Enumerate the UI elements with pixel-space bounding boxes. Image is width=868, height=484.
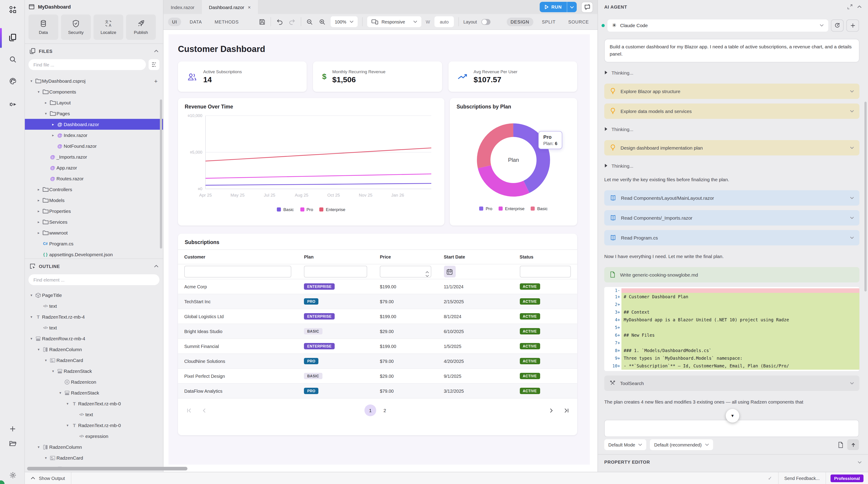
ai-panel-scrollbar[interactable] [864, 102, 867, 291]
view-split-tab[interactable]: SPLIT [538, 18, 560, 26]
pie-chart-card[interactable]: Subscriptions by Plan Plan ProEnterprise… [450, 98, 577, 226]
model-preset-select[interactable]: Default (recommended) [650, 439, 713, 450]
column-header[interactable]: Start Date [437, 250, 513, 264]
property-editor-chevron-icon[interactable] [858, 461, 862, 463]
outline-node-text[interactable]: </>text [25, 322, 163, 333]
tool-call-write[interactable]: Write generic-cooking-snowglobe.md [604, 267, 860, 282]
tool-call-read[interactable]: Read Components/Layout/MainLayout.razor [604, 190, 860, 205]
table-row[interactable]: Global Logistics LtdENTERPRISE$199.008/1… [178, 309, 577, 324]
agent-mode-select[interactable]: Default Mode [604, 439, 647, 450]
file-dashboard-razor[interactable]: ▸@Dashboard.razor [25, 119, 163, 130]
stat-active-subscriptions[interactable]: Active Subscriptions14 [178, 61, 307, 92]
file-layout[interactable]: ▸Layout [25, 97, 163, 108]
outline-node-radzenstack[interactable]: ▾RadzenStack [25, 366, 163, 376]
move-panel-icon[interactable] [847, 4, 852, 9]
outline-node-radzenicon[interactable]: RadzenIcon [25, 376, 163, 387]
add-file-icon[interactable]: + [154, 78, 158, 84]
file-models[interactable]: ▸Models [25, 195, 163, 206]
device-select[interactable]: Responsive [367, 16, 421, 27]
layout-toggle[interactable] [482, 19, 490, 25]
stat-mrr[interactable]: $ Monthly Recurring Revenue$1,506 [313, 61, 442, 92]
number-spinner[interactable] [425, 271, 429, 277]
width-input[interactable]: auto [434, 16, 454, 27]
view-source-tab[interactable]: SOURCE [564, 18, 593, 26]
table-row[interactable]: Summit FinancialENTERPRISE$199.001/5/202… [178, 339, 577, 353]
tool-call-explore[interactable]: Explore Blazor app structure [604, 83, 860, 99]
open-folder-icon[interactable] [8, 438, 18, 448]
left-panel-hscrollbar[interactable] [27, 467, 187, 471]
column-header[interactable]: Plan [298, 250, 373, 264]
history-icon[interactable] [831, 19, 844, 31]
stat-arpu[interactable]: Avg Revenue Per User$107.57 [448, 61, 577, 92]
settings-gear-icon[interactable] [8, 470, 18, 480]
find-element-input[interactable] [28, 274, 159, 285]
redo-icon[interactable] [288, 17, 296, 26]
price-filter-input[interactable] [380, 266, 431, 278]
file-notfound-razor[interactable]: @NotFound.razor [25, 141, 163, 151]
table-row[interactable]: Acme CorpENTERPRISE$199.0011/1/2024ACTIV… [178, 279, 577, 294]
column-header[interactable]: Price [373, 250, 437, 264]
outline-node-radzentext-rz-mb-4[interactable]: ▾TRadzenText.rz-mb-4 [25, 311, 163, 322]
next-page-icon[interactable] [546, 405, 556, 416]
file-controllers[interactable]: ▸Controllers [25, 184, 163, 195]
file-index-razor[interactable]: ▸@Index.razor [25, 130, 163, 141]
run-button[interactable]: RUN [540, 2, 577, 12]
scroll-to-bottom-icon[interactable]: ▼ [726, 409, 739, 423]
table-row[interactable]: CloudNine SolutionsPRO$79.004/20/2025ACT… [178, 353, 577, 369]
thinking-row[interactable]: Thinking... [604, 70, 860, 75]
localize-button[interactable]: 文A Localize [93, 15, 123, 40]
model-select[interactable]: ✳ Claude Code [608, 19, 828, 31]
view-design-tab[interactable]: DESIGN [506, 18, 533, 26]
tool-call-explore[interactable]: Design dashboard implementation plan [604, 140, 860, 155]
outline-node-radzencolumn[interactable]: ▾RadzenColumn [25, 344, 163, 355]
files-section-header[interactable]: FILES [29, 46, 158, 56]
mode-data-tab[interactable]: DATA [186, 18, 206, 26]
file-appsettings-development-json[interactable]: { }appsettings.Development.json [25, 249, 163, 258]
first-page-icon[interactable] [183, 405, 194, 416]
collapse-chevron-icon[interactable] [154, 50, 158, 52]
outline-node-radzenrow-rz-mb-4[interactable]: ▾RadzenRow.rz-mb-4 [25, 333, 163, 344]
mode-ui-tab[interactable]: UI [168, 18, 181, 26]
outline-node-radzentext-rz-mb-0[interactable]: ▾TRadzenText.rz-mb-0 [25, 420, 163, 431]
column-header[interactable]: Status [513, 250, 577, 264]
status-filter-input[interactable] [520, 266, 571, 278]
security-button[interactable]: Security [61, 15, 91, 40]
file-pages[interactable]: ▾Pages [25, 108, 163, 119]
data-button[interactable]: Data [28, 15, 58, 40]
table-row[interactable]: Pixel Perfect DesignBASIC$29.009/1/2025A… [178, 369, 577, 383]
publish-button[interactable]: Publish [126, 15, 156, 40]
tool-call-read[interactable]: Read Components/_Imports.razor [604, 210, 860, 225]
file-services[interactable]: ▸Services [25, 217, 163, 227]
thinking-row[interactable]: Thinking... [604, 163, 860, 168]
theme-palette-icon[interactable] [8, 76, 18, 86]
plan-filter-input[interactable] [304, 266, 367, 278]
outline-node-radzencolumn[interactable]: ▾RadzenColumn [25, 442, 163, 452]
outline-node-radzentext-rz-mb-0[interactable]: ▾TRadzenText.rz-mb-0 [25, 398, 163, 409]
outline-node-pagetitle[interactable]: ▾PageTitle [25, 290, 163, 301]
outline-node-radzenstack[interactable]: ▾RadzenStack [25, 463, 163, 467]
outline-node-text[interactable]: </>text [25, 409, 163, 420]
show-output-button[interactable]: Show Output [25, 472, 71, 484]
files-view-icon[interactable] [8, 32, 18, 42]
outline-node-expression[interactable]: </>expression [25, 431, 163, 442]
file-program-cs[interactable]: C#Program.cs [25, 238, 163, 249]
table-row[interactable]: TechStart IncPRO$79.002/15/2025ACTIVE [178, 294, 577, 309]
file-mydashboard-csproj[interactable]: ▾MyDashboard.csproj+ [25, 76, 163, 86]
debug-run-icon[interactable] [8, 99, 18, 109]
zoom-in-icon[interactable] [318, 17, 326, 26]
run-options-chevron-icon[interactable] [567, 2, 577, 12]
zoom-out-icon[interactable] [306, 17, 314, 26]
file-routes-razor[interactable]: @Routes.razor [25, 173, 163, 184]
tool-call-read[interactable]: Read Program.cs [604, 230, 860, 245]
tool-call-toolsearch[interactable]: ToolSearch [604, 375, 860, 391]
page-number[interactable]: 2 [379, 404, 391, 416]
table-row[interactable]: Bright Ideas StudioBASIC$29.006/10/2025A… [178, 324, 577, 339]
prev-page-icon[interactable] [199, 405, 210, 416]
customer-filter-input[interactable] [184, 266, 291, 278]
outline-node-radzencard[interactable]: ▾RadzenCard [25, 452, 163, 463]
undo-icon[interactable] [276, 17, 284, 26]
column-header[interactable]: Customer [178, 250, 298, 264]
page-number[interactable]: 1 [365, 404, 376, 416]
files-scrollbar[interactable] [160, 99, 162, 249]
tab-dashboard-razor[interactable]: Dashboard.razor× [202, 0, 258, 14]
